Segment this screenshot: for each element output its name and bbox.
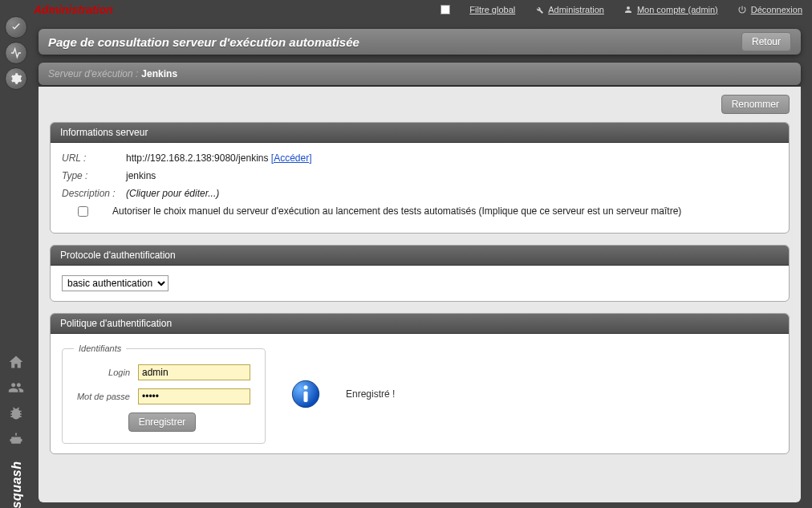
auth-protocol-header: Protocole d'authentification (51, 246, 789, 266)
desc-label: Description : (62, 188, 126, 199)
auth-policy-section: Politique d'authentification Identifiant… (50, 313, 790, 454)
password-input[interactable] (138, 388, 250, 404)
topbar: Administration Filtre global Administrat… (0, 0, 812, 19)
allow-manual-checkbox[interactable] (78, 206, 88, 217)
desc-placeholder[interactable]: (Cliquer pour éditer...) (126, 188, 219, 199)
server-header: Serveur d'exécution : Jenkins (39, 63, 801, 85)
rename-button[interactable]: Renommer (721, 95, 790, 114)
auth-policy-header: Politique d'authentification (51, 314, 789, 334)
server-name: Jenkins (141, 68, 177, 79)
filter-global-link[interactable]: Filtre global (469, 5, 515, 14)
home-icon[interactable] (7, 354, 25, 370)
credentials-fieldset: Identifiants Login Mot de passe Enregist… (62, 343, 266, 444)
svg-rect-2 (304, 391, 308, 401)
save-credentials-button[interactable]: Enregistrer (128, 412, 197, 432)
wrench-icon (534, 5, 544, 14)
back-button[interactable]: Retour (741, 32, 791, 51)
sidebar: squash (0, 0, 32, 508)
brand-title: Administration (34, 3, 113, 16)
password-label: Mot de passe (74, 392, 138, 401)
robot-icon[interactable] (7, 431, 25, 447)
auth-protocol-section: Protocole d'authentification basic authe… (50, 245, 790, 302)
url-label: URL : (62, 152, 126, 164)
action-row: Renommer (50, 95, 790, 114)
main-area: Page de consultation serveur d'exécution… (39, 29, 801, 85)
bug-icon[interactable] (7, 405, 25, 421)
nav-activity-icon[interactable] (5, 42, 27, 64)
type-value: jenkins (126, 170, 156, 181)
account-link[interactable]: Mon compte (admin) (623, 5, 718, 14)
login-label: Login (74, 368, 138, 377)
page-title: Page de consultation serveur d'exécution… (48, 35, 741, 49)
server-info-header: Informations serveur (51, 123, 789, 143)
credentials-legend: Identifiants (74, 343, 126, 353)
allow-manual-text: Autoriser le choix manuel du serveur d'e… (112, 205, 681, 217)
login-input[interactable] (138, 364, 250, 380)
server-info-section: Informations serveur URL : http://192.16… (50, 122, 790, 234)
product-logo: squash (9, 461, 23, 508)
power-icon (737, 5, 747, 14)
nav-check-icon[interactable] (5, 16, 27, 39)
filter-global-checkbox[interactable] (441, 5, 450, 14)
user-icon (623, 5, 633, 14)
saved-message: Enregistré ! (346, 388, 395, 400)
content-scroll[interactable]: Renommer Informations serveur URL : http… (39, 87, 801, 502)
administration-link[interactable]: Administration (534, 5, 604, 14)
type-label: Type : (62, 170, 126, 181)
nav-gears-icon[interactable] (5, 67, 27, 90)
url-value: http://192.168.2.138:9080/jenkins [Accéd… (126, 152, 312, 164)
logout-link[interactable]: Déconnexion (737, 5, 802, 14)
page-header: Page de consultation serveur d'exécution… (39, 29, 801, 55)
server-label: Serveur d'exécution : (48, 68, 138, 79)
svg-point-1 (304, 385, 308, 389)
auth-protocol-select[interactable]: basic authentication (62, 275, 168, 291)
info-icon (290, 378, 322, 410)
url-access-link[interactable]: [Accéder] (271, 152, 312, 164)
group-icon[interactable] (7, 380, 25, 396)
